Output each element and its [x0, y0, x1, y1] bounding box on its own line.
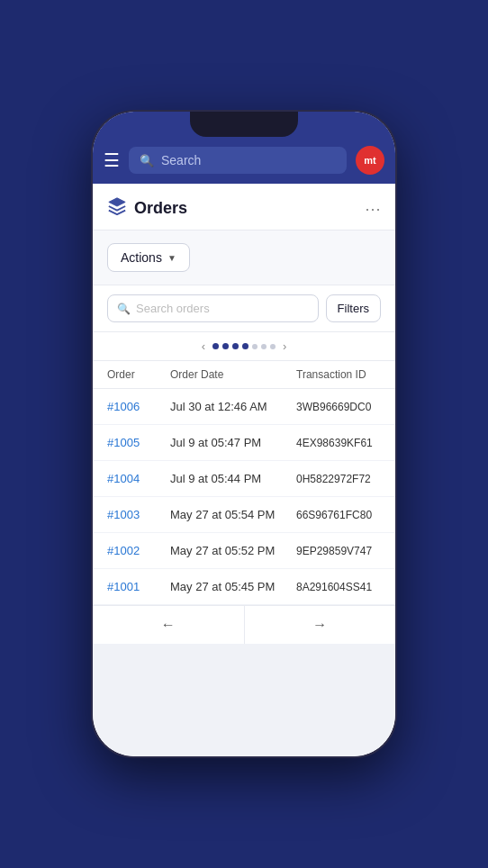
pagination-dots: ‹ ›	[93, 332, 395, 361]
hamburger-icon[interactable]: ☰	[104, 151, 120, 169]
dot-6	[261, 344, 267, 349]
table-row: #1005Jul 9 at 05:47 PM4EX98639KF61	[93, 425, 395, 461]
phone-screen: ☰ 🔍 Search mt	[93, 112, 395, 756]
page-header-left: Orders	[107, 196, 187, 221]
transaction-id-4: 9EP29859V747	[296, 545, 381, 557]
table-body: #1006Jul 30 at 12:46 AM3WB96669DC0#1005J…	[93, 389, 395, 605]
phone-frame: ☰ 🔍 Search mt	[91, 110, 397, 758]
search-input-placeholder: Search orders	[136, 302, 210, 315]
main-content: Orders ⋯ Actions ▼ 🔍 Search orders	[93, 184, 395, 756]
avatar-initials: mt	[364, 155, 375, 166]
search-input[interactable]: 🔍 Search orders	[107, 294, 319, 322]
table-row: #1006Jul 30 at 12:46 AM3WB96669DC0	[93, 389, 395, 425]
search-bar-text: Search	[161, 153, 201, 167]
order-date-4: May 27 at 05:52 PM	[170, 544, 296, 557]
transaction-id-5: 8A291604SS41	[296, 581, 381, 593]
prev-arrow-icon: ←	[161, 617, 176, 633]
order-date-3: May 27 at 05:54 PM	[170, 508, 296, 521]
dot-2	[222, 343, 229, 349]
prev-page-arrow[interactable]: ‹	[198, 339, 209, 353]
col-transaction-id: Transaction ID	[296, 368, 381, 381]
search-icon: 🔍	[140, 154, 154, 167]
next-arrow-icon: →	[312, 617, 327, 633]
cube-icon	[107, 196, 127, 221]
order-date-5: May 27 at 05:45 PM	[170, 580, 296, 593]
avatar[interactable]: mt	[356, 146, 384, 175]
col-order-date: Order Date	[170, 368, 296, 381]
table-row: #1004Jul 9 at 05:44 PM0H5822972F72	[93, 461, 395, 497]
search-bar[interactable]: 🔍 Search	[129, 147, 347, 174]
order-link-3[interactable]: #1003	[107, 508, 170, 521]
transaction-id-1: 4EX98639KF61	[296, 437, 381, 449]
search-input-icon: 🔍	[117, 303, 131, 315]
actions-section: Actions ▼	[93, 231, 395, 285]
dot-3	[232, 343, 239, 349]
dot-1	[212, 343, 219, 349]
col-order: Order	[107, 368, 170, 381]
order-link-4[interactable]: #1002	[107, 544, 170, 557]
prev-button[interactable]: ←	[93, 606, 245, 644]
notch	[190, 112, 298, 137]
dropdown-arrow-icon: ▼	[167, 253, 176, 263]
phone-content: ☰ 🔍 Search mt	[93, 112, 395, 756]
orders-table: Order Order Date Transaction ID #1006Jul…	[93, 361, 395, 605]
table-header: Order Order Date Transaction ID	[93, 361, 395, 389]
table-row: #1003May 27 at 05:54 PM66S96761FC80	[93, 497, 395, 533]
order-date-2: Jul 9 at 05:44 PM	[170, 472, 296, 485]
more-options-icon[interactable]: ⋯	[365, 199, 381, 219]
bottom-nav: ← →	[93, 605, 395, 644]
transaction-id-3: 66S96761FC80	[296, 509, 381, 521]
next-page-arrow[interactable]: ›	[279, 339, 290, 353]
page-title: Orders	[134, 199, 187, 218]
order-date-0: Jul 30 at 12:46 AM	[170, 400, 296, 413]
actions-button[interactable]: Actions ▼	[107, 243, 190, 272]
table-row: #1001May 27 at 05:45 PM8A291604SS41	[93, 569, 395, 605]
order-link-0[interactable]: #1006	[107, 400, 170, 413]
next-button[interactable]: →	[245, 606, 396, 644]
order-link-2[interactable]: #1004	[107, 472, 170, 485]
dot-4	[242, 343, 249, 349]
order-link-5[interactable]: #1001	[107, 580, 170, 593]
table-row: #1002May 27 at 05:52 PM9EP29859V747	[93, 533, 395, 569]
nav-bar: ☰ 🔍 Search mt	[93, 139, 395, 184]
order-date-1: Jul 9 at 05:47 PM	[170, 436, 296, 449]
search-filters-row: 🔍 Search orders Filters	[93, 285, 395, 332]
page-header: Orders ⋯	[93, 184, 395, 231]
dot-5	[252, 344, 258, 349]
transaction-id-0: 3WB96669DC0	[296, 401, 381, 413]
filters-button[interactable]: Filters	[326, 294, 381, 322]
order-link-1[interactable]: #1005	[107, 436, 170, 449]
transaction-id-2: 0H5822972F72	[296, 473, 381, 485]
actions-label: Actions	[121, 250, 162, 265]
dot-7	[270, 344, 276, 349]
